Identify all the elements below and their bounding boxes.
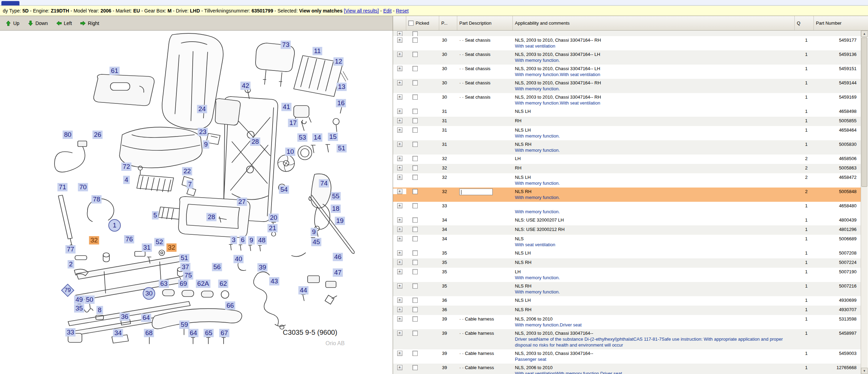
nav-down-button[interactable]: Down bbox=[25, 19, 52, 27]
row-expander[interactable]: + bbox=[397, 227, 402, 232]
header-description[interactable]: Part Description bbox=[457, 16, 513, 30]
table-row-partial[interactable]: + bbox=[393, 31, 861, 36]
callout-24[interactable]: 24 bbox=[197, 105, 207, 113]
nav-left-button[interactable]: Left bbox=[53, 19, 76, 27]
table-row[interactable]: + 31 RH 1 5005855 bbox=[393, 117, 861, 126]
row-picked-checkbox[interactable] bbox=[412, 316, 418, 322]
callout-20[interactable]: 20 bbox=[268, 214, 278, 222]
callout-68[interactable]: 68 bbox=[144, 329, 154, 337]
row-picked-checkbox[interactable] bbox=[412, 236, 418, 241]
row-expander[interactable]: + bbox=[397, 31, 402, 36]
row-picked-checkbox[interactable] bbox=[412, 227, 418, 232]
row-expander[interactable]: + bbox=[397, 52, 402, 57]
header-position[interactable]: P... bbox=[439, 16, 457, 30]
callout-51[interactable]: 51 bbox=[179, 254, 189, 262]
row-expander[interactable]: + bbox=[397, 156, 402, 161]
callout-64[interactable]: 64 bbox=[141, 314, 151, 322]
row-picked-checkbox[interactable] bbox=[412, 156, 418, 161]
table-row[interactable]: + 35 NLS RH With memory function. 1 5007… bbox=[393, 282, 861, 296]
callout-42[interactable]: 42 bbox=[240, 82, 250, 90]
row-expander[interactable]: + bbox=[397, 175, 402, 180]
callout-56[interactable]: 56 bbox=[212, 263, 222, 271]
row-picked-checkbox[interactable] bbox=[412, 118, 418, 123]
row-expander[interactable]: + bbox=[397, 260, 402, 265]
callout-18[interactable]: 18 bbox=[331, 205, 341, 213]
row-picked-checkbox[interactable] bbox=[412, 38, 418, 43]
callout-74[interactable]: 74 bbox=[319, 179, 329, 188]
callout-53[interactable]: 53 bbox=[297, 133, 307, 142]
callout-10[interactable]: 10 bbox=[285, 148, 295, 156]
callout-44[interactable]: 44 bbox=[298, 286, 308, 294]
table-row[interactable]: + 36 NLS RH 1 4930707 bbox=[393, 306, 861, 315]
callout-49[interactable]: 49 bbox=[74, 296, 84, 304]
callout-41[interactable]: 41 bbox=[281, 103, 291, 111]
row-picked-checkbox[interactable] bbox=[412, 298, 418, 303]
row-expander[interactable]: + bbox=[397, 365, 402, 370]
callout-75[interactable]: 75 bbox=[183, 271, 193, 280]
row-picked-checkbox[interactable] bbox=[412, 331, 418, 336]
callout-80[interactable]: 80 bbox=[62, 131, 73, 139]
callout-31[interactable]: 31 bbox=[142, 243, 152, 252]
callout-34[interactable]: 34 bbox=[113, 329, 123, 337]
callout-12[interactable]: 12 bbox=[333, 57, 343, 66]
callout-39[interactable]: 39 bbox=[257, 263, 267, 272]
table-row[interactable]: + 34 NLS With seat ventilation 1 5006689 bbox=[393, 235, 861, 249]
callout-72[interactable]: 72 bbox=[121, 163, 131, 171]
info-link[interactable]: [View all results] bbox=[344, 8, 379, 14]
header-quantity[interactable]: Q bbox=[795, 16, 814, 30]
callout-22[interactable]: 22 bbox=[182, 167, 192, 175]
row-expander[interactable]: + bbox=[397, 109, 402, 114]
row-picked-checkbox[interactable] bbox=[412, 31, 418, 36]
callout-17[interactable]: 17 bbox=[288, 119, 298, 127]
callout-71[interactable]: 71 bbox=[57, 183, 67, 191]
callout-13[interactable]: 13 bbox=[336, 83, 347, 91]
table-row[interactable]: + 39 · · Cable harness NLS, 2003 to 2010… bbox=[393, 349, 861, 364]
row-expander[interactable]: + bbox=[397, 38, 402, 43]
info-link[interactable]: Edit bbox=[383, 8, 392, 14]
callout-9[interactable]: 9 bbox=[203, 140, 209, 149]
window-tab[interactable] bbox=[1, 1, 19, 6]
row-expander[interactable]: + bbox=[397, 331, 402, 336]
scrollbar-track[interactable] bbox=[861, 37, 868, 368]
callout-46[interactable]: 46 bbox=[333, 253, 343, 261]
scroll-up-button[interactable]: ▲ bbox=[861, 31, 868, 37]
callout-54[interactable]: 54 bbox=[279, 185, 289, 194]
callout-2[interactable]: 2 bbox=[68, 260, 74, 268]
header-picked[interactable]: Picked bbox=[406, 16, 439, 30]
callout-65[interactable]: 65 bbox=[203, 329, 214, 337]
row-expander[interactable]: + bbox=[397, 165, 402, 171]
callout-59[interactable]: 59 bbox=[179, 321, 189, 329]
table-row[interactable]: + 39 · · Cable harness NLS, 2003 to 2010… bbox=[393, 329, 861, 349]
table-row[interactable]: + 32 RH 2 5005863 bbox=[393, 164, 861, 173]
row-picked-checkbox[interactable] bbox=[412, 365, 418, 370]
callout-55[interactable]: 55 bbox=[331, 192, 341, 200]
callout-33[interactable]: 33 bbox=[65, 328, 75, 336]
row-expander[interactable]: + bbox=[397, 316, 402, 322]
row-picked-checkbox[interactable] bbox=[412, 175, 418, 180]
row-expander[interactable]: + bbox=[397, 142, 402, 147]
table-row[interactable]: + 31 NLS LH 1 4658498 bbox=[393, 107, 861, 117]
table-row[interactable]: + 30 · · Seat chassis NLS, 2003 to 2010,… bbox=[393, 79, 861, 93]
vertical-scrollbar[interactable]: ▲ ▼ bbox=[861, 31, 868, 374]
callout-67[interactable]: 67 bbox=[219, 329, 229, 337]
scroll-down-button[interactable]: ▼ bbox=[861, 368, 868, 374]
callout-45[interactable]: 45 bbox=[311, 238, 321, 246]
callout-19[interactable]: 19 bbox=[335, 217, 345, 225]
row-expander[interactable]: + bbox=[397, 217, 402, 223]
table-row[interactable]: + 31 NLS LH With memory function. 1 4658… bbox=[393, 126, 861, 140]
scrollbar-thumb[interactable] bbox=[861, 38, 867, 187]
table-row[interactable]: + 35 NLS RH 1 5007224 bbox=[393, 258, 861, 268]
callout-62[interactable]: 62 bbox=[218, 280, 228, 288]
row-expander[interactable]: + bbox=[397, 351, 402, 356]
callout-63[interactable]: 63 bbox=[159, 280, 169, 288]
callout-78[interactable]: 78 bbox=[91, 195, 101, 203]
row-picked-checkbox[interactable] bbox=[412, 127, 418, 133]
callout-9[interactable]: 9 bbox=[311, 228, 317, 236]
callout-11[interactable]: 11 bbox=[312, 47, 322, 55]
callout-4[interactable]: 4 bbox=[123, 176, 130, 184]
callout-69[interactable]: 69 bbox=[178, 280, 188, 288]
table-row[interactable]: + 34 NLS: USE 32000212 RH 1 4801296 bbox=[393, 225, 861, 235]
inline-edit-field[interactable] bbox=[459, 189, 493, 195]
callout-6[interactable]: 6 bbox=[240, 236, 246, 244]
row-picked-checkbox[interactable] bbox=[412, 165, 418, 171]
